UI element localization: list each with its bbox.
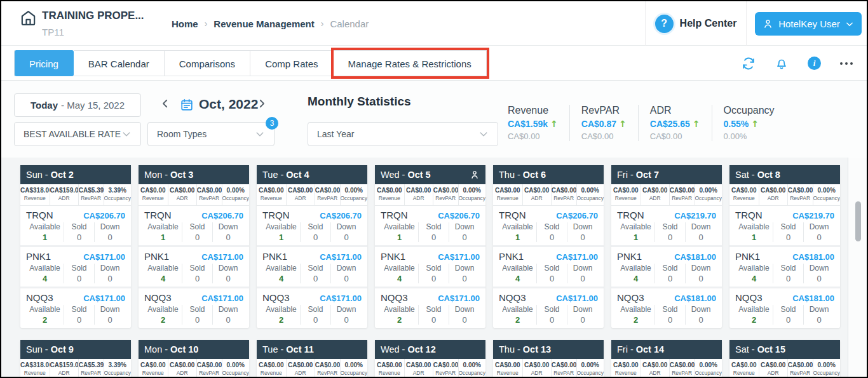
- room-row-header: TRQNCA$206.70: [499, 210, 598, 220]
- day-stat-label: Revenue: [20, 370, 50, 376]
- room-rate-link[interactable]: CA$219.70: [674, 211, 716, 220]
- room-available-count: Available4: [381, 264, 419, 283]
- day-stat-revenue: CA$0.00Revenue: [611, 184, 641, 205]
- room-rate-link[interactable]: CA$171.00: [438, 252, 480, 262]
- help-center-link[interactable]: ? Help Center: [645, 1, 747, 46]
- day-stat-value: CA$0.00: [641, 187, 669, 194]
- more-options-icon[interactable]: [840, 62, 853, 65]
- room-rate-link[interactable]: CA$171.00: [556, 252, 598, 262]
- room-rate-link[interactable]: CA$181.00: [674, 294, 716, 303]
- tab-comp-rates[interactable]: Comp Rates: [250, 50, 333, 76]
- vertical-scrollbar[interactable]: [855, 201, 861, 241]
- bell-icon[interactable]: [775, 57, 789, 71]
- day-stat-revpar: CA$0.00RevPAR: [315, 359, 341, 377]
- tab-pricing[interactable]: Pricing: [15, 50, 74, 76]
- count-label: Sold: [182, 305, 212, 314]
- day-stat-label: Revenue: [493, 370, 522, 376]
- today-button[interactable]: Today - May 15, 2022: [14, 93, 141, 117]
- rate-plan-select[interactable]: BEST AVAILABLE RATE: [14, 122, 141, 146]
- day-stat-value: CA$159.03: [50, 361, 78, 368]
- count-value: 2: [617, 315, 654, 325]
- count-label: Down: [567, 222, 598, 231]
- day-stat-value: CA$159.03: [50, 187, 78, 194]
- room-row-header: NQQ3CA$171.00: [144, 292, 243, 303]
- day-stat-label: Revenue: [729, 370, 759, 376]
- room-rate-link[interactable]: CA$206.70: [201, 211, 243, 220]
- room-counts: Available1Sold0Down0: [499, 222, 598, 242]
- room-rate-link[interactable]: CA$181.00: [674, 252, 716, 262]
- room-rate-link[interactable]: CA$171.00: [201, 294, 243, 303]
- day-date-label: Oct 11: [286, 344, 314, 354]
- day-stats-row: CA$0.00RevenueCA$0.00ADRCA$0.00RevPAR0.0…: [139, 184, 249, 206]
- stat-previous-value: CA$0.00: [508, 132, 558, 141]
- refresh-icon[interactable]: [742, 57, 756, 71]
- day-stat-value: 0.00%: [459, 187, 485, 194]
- count-value: 2: [499, 315, 536, 325]
- day-stat-label: ADR: [168, 370, 196, 376]
- previous-month-icon[interactable]: [159, 98, 171, 111]
- day-stat-label: Revenue: [257, 195, 286, 201]
- room-rate-link[interactable]: CA$171.00: [83, 252, 125, 262]
- room-rate-link[interactable]: CA$219.70: [792, 211, 834, 220]
- count-label: Available: [26, 222, 64, 231]
- room-available-count: Available1: [262, 222, 301, 242]
- stat-value: 0.55%↑: [724, 119, 775, 129]
- breadcrumb-item-revenue-management[interactable]: Revenue Management: [214, 18, 314, 29]
- room-rate-link[interactable]: CA$171.00: [438, 294, 480, 303]
- day-header: Fri -Oct 7: [611, 165, 722, 184]
- next-month-icon[interactable]: [256, 98, 268, 111]
- room-rate-link[interactable]: CA$171.00: [556, 294, 598, 303]
- room-counts: Available4Sold0Down0: [262, 264, 362, 283]
- room-rate-link[interactable]: CA$171.00: [320, 294, 362, 303]
- tab-manage-rates-restrictions[interactable]: Manage Rates & Restrictions: [334, 50, 487, 76]
- count-value: 0: [213, 315, 243, 325]
- day-stats-row: CA$0.00RevenueCA$0.00ADRCA$0.00RevPAR0.0…: [257, 184, 367, 206]
- room-types-select[interactable]: Room Types 3: [147, 122, 275, 146]
- comparison-select[interactable]: Last Year: [308, 122, 498, 146]
- room-rate-link[interactable]: CA$181.00: [792, 294, 834, 303]
- count-label: Sold: [537, 222, 567, 231]
- day-header: Fri -Oct 14: [611, 340, 722, 359]
- count-label: Available: [499, 264, 536, 273]
- day-stat-label: RevPAR: [552, 370, 576, 376]
- count-label: Available: [26, 305, 64, 314]
- user-menu-button[interactable]: HotelKey User: [755, 12, 862, 36]
- room-counts: Available1Sold0Down0: [144, 222, 243, 242]
- day-of-week-label: Thu -: [499, 170, 520, 180]
- tab-bar-calendar[interactable]: BAR Calendar: [74, 50, 165, 76]
- rate-plan-value: BEST AVAILABLE RATE: [24, 129, 121, 139]
- room-rate-link[interactable]: CA$181.00: [792, 252, 834, 262]
- day-stat-label: Occupancy: [577, 370, 604, 376]
- day-stat-value: 0.00%: [222, 361, 249, 368]
- room-rate-link[interactable]: CA$206.70: [556, 211, 598, 220]
- room-rate-link[interactable]: CA$206.70: [83, 211, 125, 220]
- room-rate-link[interactable]: CA$171.00: [83, 294, 125, 303]
- count-value: 0: [449, 233, 480, 242]
- breadcrumb-item-home[interactable]: Home: [172, 18, 198, 29]
- room-rate-link[interactable]: CA$206.70: [320, 211, 362, 220]
- day-card-oct-3: Mon -Oct 3CA$0.00RevenueCA$0.00ADRCA$0.0…: [139, 165, 249, 328]
- count-value: 0: [537, 274, 567, 283]
- day-date-label: Oct 8: [757, 170, 780, 180]
- day-stat-label: Occupancy: [341, 195, 367, 201]
- room-row-nqq3: NQQ3CA$171.00Available2Sold0Down0: [257, 287, 367, 328]
- info-icon[interactable]: i: [808, 57, 821, 70]
- day-stat-occupancy: 0.00%Occupancy: [695, 184, 722, 205]
- room-rate-link[interactable]: CA$171.00: [320, 252, 362, 262]
- room-rate-link[interactable]: CA$171.00: [201, 252, 243, 262]
- tab-comparisons[interactable]: Comparisons: [165, 50, 250, 76]
- day-stat-label: RevPAR: [433, 370, 458, 376]
- day-stat-occupancy: 0.00%Occupancy: [459, 184, 485, 205]
- room-type-code: TRQN: [26, 210, 53, 220]
- day-stat-label: RevPAR: [315, 370, 340, 376]
- chevron-down-icon: [121, 129, 132, 139]
- day-of-week-label: Mon -: [144, 170, 168, 180]
- day-stat-value: CA$0.00: [375, 187, 404, 194]
- stat-value: CA$25.65↑: [650, 119, 700, 129]
- day-stat-label: RevPAR: [79, 195, 104, 201]
- property-name: TRAINING PROPE...: [42, 10, 144, 22]
- count-value: 0: [686, 274, 716, 283]
- day-stat-label: RevPAR: [197, 370, 222, 376]
- room-rate-link[interactable]: CA$206.70: [438, 211, 480, 220]
- count-label: Down: [95, 222, 125, 231]
